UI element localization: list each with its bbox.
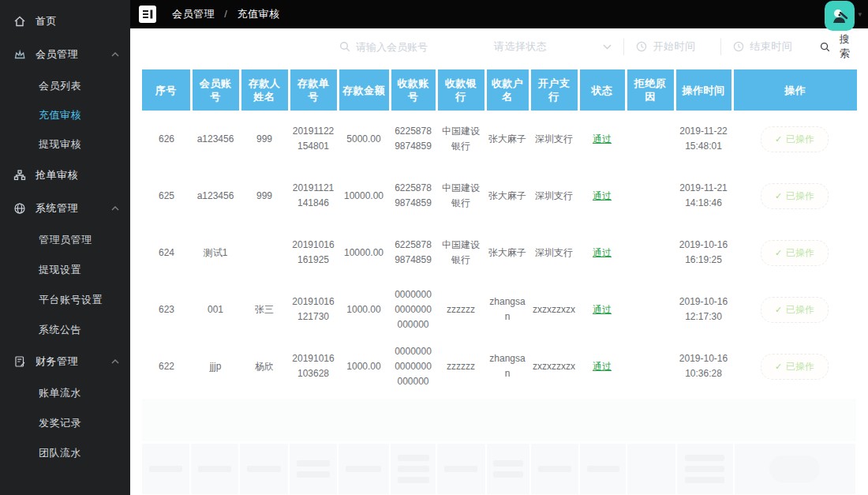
ghost-column: [735, 444, 855, 494]
chevron-down-icon: [603, 44, 612, 50]
ghost-column: [677, 444, 733, 494]
done-button[interactable]: ✓ 已操作: [761, 126, 829, 152]
sidebar-item-admin-manage[interactable]: 管理员管理: [0, 225, 130, 255]
status-pass-link[interactable]: 通过: [593, 190, 612, 201]
sidebar-group-finance[interactable]: 财务管理: [0, 345, 130, 378]
header-reject-reason: 拒绝原因: [626, 69, 675, 111]
table-row: 622 jjjp 杨欣 20191016103628 1000.00 00000…: [142, 338, 857, 395]
ghost-column: [580, 444, 626, 494]
sidebar-item-order-review[interactable]: 抢单审核: [0, 159, 130, 192]
done-button[interactable]: ✓ 已操作: [761, 354, 829, 380]
sidebar-collapse-icon[interactable]: [139, 6, 156, 23]
ghost-pill: [769, 456, 820, 482]
cell-receive-name: 张大麻子: [485, 111, 529, 167]
cell-branch: 深圳支行: [529, 111, 578, 167]
done-button[interactable]: ✓ 已操作: [761, 240, 829, 266]
header-action: 操作: [732, 69, 857, 111]
sidebar-item-bill-flow[interactable]: 账单流水: [0, 378, 130, 408]
cell-status: 通过: [578, 167, 626, 224]
sidebar-group-system[interactable]: 系统管理: [0, 192, 130, 225]
cell-status: 通过: [578, 338, 626, 395]
cell-depositor-name: 999: [240, 111, 289, 167]
table-row: 625 a123456 999 20191121141846 10000.00 …: [142, 167, 857, 224]
cell-deposit-amount: 1000.00: [338, 281, 390, 338]
cell-receive-bank: 中国建设银行: [436, 111, 485, 167]
sidebar-item-withdraw-review[interactable]: 提现审核: [0, 129, 130, 159]
topbar: 会员管理 / 充值审核 ▾: [130, 0, 868, 28]
header-op-time: 操作时间: [675, 69, 732, 111]
cell-op-time: 2019-11-21 14:18:46: [675, 167, 732, 224]
sidebar-item-label: 首页: [36, 14, 57, 28]
sidebar-item-platform-account[interactable]: 平台账号设置: [0, 285, 130, 315]
cell-receive-account: 62258789874859: [390, 167, 436, 224]
check-icon: ✓: [775, 191, 782, 201]
ghost-column: [437, 444, 485, 494]
cell-receive-name: 张大麻子: [485, 224, 529, 281]
sidebar-item-system-notice[interactable]: 系统公告: [0, 315, 130, 345]
end-time-value: 结束时间: [750, 39, 792, 54]
breadcrumb: 会员管理 / 充值审核: [172, 7, 279, 21]
cell-receive-account: 62258789874859: [390, 224, 436, 281]
cell-op-time: 2019-10-16 10:36:28: [675, 338, 732, 395]
sidebar-item-award-record[interactable]: 发奖记录: [0, 408, 130, 438]
done-button[interactable]: ✓ 已操作: [761, 183, 829, 209]
done-button[interactable]: ✓ 已操作: [761, 297, 829, 323]
sidebar-item-withdraw-settings[interactable]: 提现设置: [0, 255, 130, 285]
start-time-value: 开始时间: [653, 39, 695, 54]
cell-seq: 622: [142, 338, 191, 395]
cell-reject-reason: [626, 224, 675, 281]
cell-depositor-name: 999: [240, 167, 289, 224]
breadcrumb-page: 充值审核: [237, 8, 279, 20]
ghost-column: [487, 444, 529, 494]
done-button-label: 已操作: [786, 303, 814, 317]
recharge-review-table: 序号 会员账号 存款人姓名 存款单号 存款金额 收款账号 收款银行 收款户名 开…: [142, 69, 857, 395]
status-pass-link[interactable]: 通过: [593, 247, 612, 258]
avatar-caret-icon[interactable]: ▾: [858, 10, 862, 18]
status-select[interactable]: 请选择状态: [494, 39, 612, 54]
main-area: 会员管理 / 充值审核 ▾ 请选择状态 开始时间: [130, 0, 868, 495]
header-member-account: 会员账号: [191, 69, 240, 111]
end-time-picker[interactable]: 结束时间: [733, 39, 820, 54]
cell-member-account: 测试1: [191, 224, 240, 281]
sidebar-group-member[interactable]: 会员管理: [0, 38, 130, 71]
cell-receive-bank: 中国建设银行: [436, 224, 485, 281]
cell-op-time: 2019-11-22 15:48:01: [675, 111, 732, 167]
cell-seq: 624: [142, 224, 191, 281]
start-time-picker[interactable]: 开始时间: [636, 39, 709, 54]
globe-icon: [13, 202, 26, 216]
cell-action: ✓ 已操作: [732, 167, 857, 224]
search-icon: [820, 42, 830, 52]
cell-op-time: 2019-10-16 16:19:25: [675, 224, 732, 281]
member-account-input[interactable]: [356, 41, 466, 53]
cell-deposit-amount: 5000.00: [338, 111, 390, 167]
cell-deposit-amount: 1000.00: [338, 338, 390, 395]
cell-receive-account: 00000000000000000000: [390, 338, 436, 395]
cell-status: 通过: [578, 111, 626, 167]
header-receive-name: 收款户名: [485, 69, 529, 111]
breadcrumb-separator: /: [224, 8, 227, 20]
ghost-column: [142, 444, 189, 494]
search-button[interactable]: 搜索: [820, 32, 855, 61]
status-pass-link[interactable]: 通过: [593, 304, 612, 315]
breadcrumb-section[interactable]: 会员管理: [172, 8, 215, 20]
sidebar-group-label: 会员管理: [36, 47, 78, 62]
sidebar-item-member-list[interactable]: 会员列表: [0, 71, 130, 100]
sidebar-item-recharge-review[interactable]: 充值审核: [0, 100, 130, 129]
app-window: 首页 会员管理 会员列表 充值审核 提现审核 抢单审核 系统管理: [0, 0, 868, 495]
header-depositor-name: 存款人姓名: [240, 69, 289, 111]
ghost-column: [339, 444, 389, 494]
check-icon: ✓: [775, 248, 782, 258]
cell-member-account: a123456: [191, 111, 240, 167]
clock-icon: [733, 41, 744, 52]
user-avatar[interactable]: [825, 1, 855, 31]
cell-deposit-order-no: 20191016103628: [289, 338, 338, 395]
cell-reject-reason: [626, 111, 675, 167]
status-pass-link[interactable]: 通过: [593, 133, 612, 144]
header-deposit-order-no: 存款单号: [289, 69, 338, 111]
ghost-column: [240, 444, 287, 494]
cell-member-account: 001: [191, 281, 240, 338]
status-pass-link[interactable]: 通过: [593, 361, 612, 372]
cell-branch: 深圳支行: [529, 224, 578, 281]
sidebar-item-team-flow[interactable]: 团队流水: [0, 438, 130, 468]
sidebar-item-home[interactable]: 首页: [0, 5, 130, 38]
